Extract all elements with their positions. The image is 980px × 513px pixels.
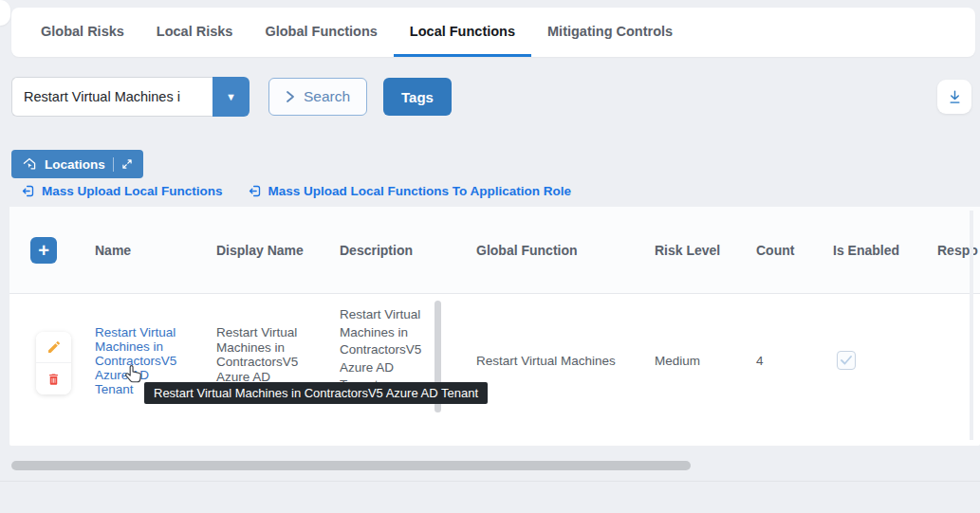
check-icon: [841, 356, 852, 365]
tab-bar: Global Risks Local Risks Global Function…: [11, 8, 975, 57]
column-header-count[interactable]: Count: [747, 243, 823, 258]
locations-button[interactable]: Locations: [11, 150, 143, 178]
chevron-down-icon: ▼: [226, 91, 236, 102]
table-header-row: + Name Display Name Description Global F…: [9, 207, 980, 294]
search-input[interactable]: [11, 77, 213, 117]
link-label: Mass Upload Local Functions: [42, 184, 223, 198]
tab-local-risks[interactable]: Local Risks: [140, 8, 250, 57]
search-combo: ▼: [11, 77, 250, 117]
search-button[interactable]: Search: [268, 78, 367, 116]
column-header-name[interactable]: Name: [85, 243, 207, 258]
table-vertical-scroll-track[interactable]: [970, 211, 973, 440]
link-label: Mass Upload Local Functions To Applicati…: [268, 184, 572, 198]
pencil-icon: [46, 339, 62, 355]
upload-icon: [248, 184, 262, 198]
row-display-name: Restart Virtual Machines in ContractorsV…: [216, 325, 300, 384]
tab-local-functions[interactable]: Local Functions: [394, 8, 531, 57]
table-row: Restart Virtual Machines in ContractorsV…: [9, 294, 980, 427]
delete-button[interactable]: [36, 363, 71, 394]
local-functions-table: + Name Display Name Description Global F…: [9, 207, 980, 446]
add-row-button[interactable]: +: [30, 237, 57, 264]
edit-button[interactable]: [36, 332, 71, 363]
search-button-label: Search: [304, 88, 350, 105]
download-icon: [947, 89, 963, 105]
drawer-handle[interactable]: [0, 0, 10, 26]
row-risk-level: Medium: [655, 354, 747, 369]
column-header-display-name[interactable]: Display Name: [207, 243, 330, 258]
mass-upload-local-functions-link[interactable]: Mass Upload Local Functions: [21, 184, 223, 198]
chevron-right-icon: [286, 90, 295, 103]
column-header-global-function[interactable]: Global Function: [467, 243, 645, 258]
row-global-function: Restart Virtual Machines: [476, 354, 645, 369]
horizontal-scrollbar[interactable]: [11, 461, 691, 470]
upload-icon: [21, 184, 35, 198]
tags-button[interactable]: Tags: [383, 78, 452, 116]
download-button[interactable]: [937, 80, 971, 114]
tab-mitigating-controls[interactable]: Mitigating Controls: [531, 8, 689, 57]
is-enabled-checkbox[interactable]: [837, 351, 856, 370]
search-dropdown-button[interactable]: ▼: [213, 77, 250, 117]
bottom-divider: [0, 481, 980, 482]
column-header-is-enabled[interactable]: Is Enabled: [823, 243, 928, 258]
expand-icon[interactable]: [121, 158, 133, 170]
button-divider: [113, 157, 114, 172]
cursor-hand-icon: [123, 363, 145, 386]
row-name-tooltip: Restart Virtual Machines in ContractorsV…: [144, 382, 488, 404]
row-action-group: [36, 332, 71, 394]
locations-icon: [22, 156, 37, 172]
tab-global-risks[interactable]: Global Risks: [25, 8, 140, 57]
trash-icon: [46, 372, 61, 387]
locations-label: Locations: [45, 157, 105, 172]
mass-upload-to-application-role-link[interactable]: Mass Upload Local Functions To Applicati…: [248, 184, 572, 198]
column-header-risk-level[interactable]: Risk Level: [645, 243, 747, 258]
row-count: 4: [756, 354, 823, 369]
tab-global-functions[interactable]: Global Functions: [249, 8, 393, 57]
column-header-description[interactable]: Description: [330, 243, 467, 258]
mass-upload-links: Mass Upload Local Functions Mass Upload …: [21, 184, 571, 198]
